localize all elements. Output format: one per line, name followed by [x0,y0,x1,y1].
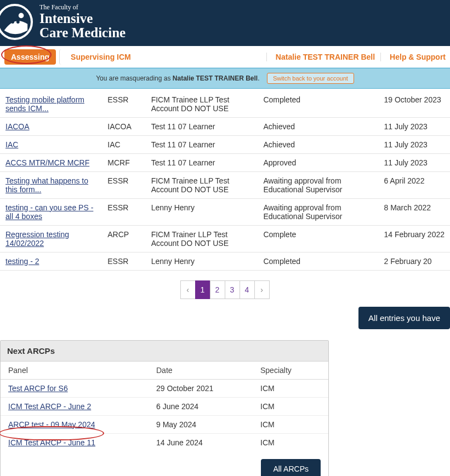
entry-date: 2 February 20 [378,252,450,270]
entry-learner: FICM Trainee LLP Test Account DO NOT USE [146,171,258,198]
table-row: testing - can you see PS - all 4 boxesES… [0,198,450,225]
entry-title-link[interactable]: testing - 2 [5,257,39,266]
entry-type: ARCP [102,225,145,252]
svg-point-1 [11,20,14,24]
entry-date: 19 October 2023 [378,91,450,118]
entry-type: IAC [102,135,145,153]
pager-next[interactable]: › [254,280,270,299]
entry-learner: FICM Trainee LLP Test Account DO NOT USE [146,91,258,118]
arcp-panel-link[interactable]: ICM Test ARCP - June 11 [8,438,95,447]
entry-type: ESSR [102,91,145,118]
all-arcps-button[interactable]: All ARCPs [261,459,321,477]
pager-page-4[interactable]: 4 [240,280,255,299]
arcp-date: 14 June 2024 [149,433,253,451]
entry-status: Complete [258,225,378,252]
top-nav: Assessing Supervising ICM Natalie TEST T… [0,46,450,68]
arcp-row: Test ARCP for S629 October 2021ICM [1,379,328,397]
entry-date: 8 March 2022 [378,198,450,225]
logo-line1: Intensive [39,12,126,26]
arcp-row: ICM Test ARCP - June 1114 June 2024ICM [1,433,328,451]
entry-status: Approved [258,153,378,171]
arcp-panel-link[interactable]: ICM Test ARCP - June 2 [8,402,91,411]
arcp-date: 29 October 2021 [149,379,253,397]
switch-back-button[interactable]: Switch back to your account [267,73,354,84]
entry-title-link[interactable]: Testing what happens to this form... [5,176,88,194]
arcp-panel-title: Next ARCPs [1,341,328,362]
entry-type: ESSR [102,198,145,225]
table-row: IACIACTest 11 07 LearnerAchieved11 July … [0,135,450,153]
entry-title-link[interactable]: testing - can you see PS - all 4 boxes [5,203,93,221]
arcp-spec: ICM [253,397,328,415]
entry-date: 11 July 2023 [378,117,450,135]
logo: The Faculty of Intensive Care Medicine [0,3,126,41]
entry-type: ESSR [102,252,145,270]
entries-table: Testing mobile platform sends ICM...ESSR… [0,91,450,271]
arcp-row: ARCP test - 09 May 20249 May 2024ICM [1,415,328,433]
entry-type: ESSR [102,171,145,198]
table-row: IACOAIACOATest 11 07 LearnerAchieved11 J… [0,117,450,135]
entry-date: 11 July 2023 [378,153,450,171]
arcp-date: 9 May 2024 [149,415,253,433]
nav-user-name[interactable]: Natalie TEST TRAINER Bell [266,53,375,61]
arcp-date: 6 June 2024 [149,397,253,415]
entry-type: MCRF [102,153,145,171]
arcp-spec: ICM [253,433,328,451]
masquerade-bar: You are masquerading as Natalie TEST TRA… [0,68,450,89]
pager-prev[interactable]: ‹ [180,280,196,299]
logo-line2: Care Medicine [39,26,126,40]
pager-page-1[interactable]: 1 [195,280,210,299]
arcp-col-spec: Specialty [253,362,328,380]
entry-learner: FICM Trainer LLP Test Account DO NOT USE [146,225,258,252]
entry-title-link[interactable]: Regression testing 14/02/2022 [5,230,69,248]
entry-status: Awaiting approval from Educational Super… [258,198,378,225]
pagination: ‹ 1234 › [0,280,450,299]
entry-title-link[interactable]: IACOA [5,122,30,131]
table-row: Testing what happens to this form...ESSR… [0,171,450,198]
logo-prefix: The Faculty of [39,3,126,12]
entry-title-link[interactable]: Testing mobile platform sends ICM... [5,95,84,113]
svg-point-2 [16,20,20,24]
table-row: Testing mobile platform sends ICM...ESSR… [0,91,450,118]
entry-date: 6 April 2022 [378,171,450,198]
arcp-spec: ICM [253,415,328,433]
entry-status: Completed [258,91,378,118]
table-row: testing - 2ESSRLenny HenryCompleted2 Feb… [0,252,450,270]
entry-learner: Test 11 07 Learner [146,153,258,171]
entry-status: Achieved [258,117,378,135]
entry-status: Awaiting approval from Educational Super… [258,171,378,198]
masq-who: Natalie TEST TRAINER Bell [173,74,258,82]
svg-point-0 [19,13,24,18]
entry-status: Completed [258,252,378,270]
entry-learner: Lenny Henry [146,252,258,270]
entry-learner: Test 11 07 Learner [146,117,258,135]
arcp-table: Panel Date Specialty Test ARCP for S629 … [1,362,328,451]
arcp-panel-link[interactable]: ARCP test - 09 May 2024 [8,420,95,429]
arcp-spec: ICM [253,379,328,397]
masq-suffix: . [258,74,259,82]
table-row: Regression testing 14/02/2022ARCPFICM Tr… [0,225,450,252]
all-entries-button[interactable]: All entries you have [358,307,450,329]
arcp-col-date: Date [149,362,253,380]
app-header: The Faculty of Intensive Care Medicine [0,0,450,46]
arcp-panel-link[interactable]: Test ARCP for S6 [8,384,68,393]
pager-page-3[interactable]: 3 [225,280,240,299]
entry-learner: Test 11 07 Learner [146,135,258,153]
arcp-row: ICM Test ARCP - June 26 June 2024ICM [1,397,328,415]
entry-date: 11 July 2023 [378,135,450,153]
pager-page-2[interactable]: 2 [210,280,225,299]
ficm-logo-icon [0,4,33,40]
table-row: ACCS MTR/MCR MCRFMCRFTest 11 07 LearnerA… [0,153,450,171]
entry-title-link[interactable]: IAC [5,140,18,149]
arcp-col-panel: Panel [1,362,149,380]
entry-status: Achieved [258,135,378,153]
entry-title-link[interactable]: ACCS MTR/MCR MCRF [5,158,89,167]
nav-assessing[interactable]: Assessing [4,49,56,65]
entry-date: 14 February 2022 [378,225,450,252]
entry-type: IACOA [102,117,145,135]
masq-prefix: You are masquerading as [96,74,173,82]
next-arcps-panel: Next ARCPs Panel Date Specialty Test ARC… [0,340,329,477]
nav-help[interactable]: Help & Support [380,53,446,61]
nav-supervising[interactable]: Supervising ICM [59,49,138,65]
entry-learner: Lenny Henry [146,198,258,225]
